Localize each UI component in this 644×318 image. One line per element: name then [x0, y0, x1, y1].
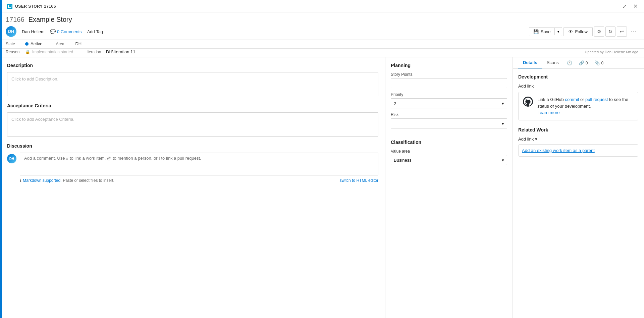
expand-button[interactable]: ⤢ [620, 2, 629, 10]
story-points-field: Story Points [391, 72, 507, 88]
learn-more-link[interactable]: Learn more [537, 110, 559, 115]
right-panel-content: Development Add link Link a GitHub commi… [513, 69, 644, 162]
description-placeholder: Click to add Description. [11, 76, 58, 82]
link-icon: 🔗 [579, 60, 584, 65]
save-label: Save [541, 29, 551, 34]
area-value[interactable]: DH [75, 41, 82, 46]
title-bar-left: USER STORY 17166 [7, 4, 56, 9]
right-panel: Details Scans 🕐 🔗 0 📎 0 Development [513, 57, 644, 318]
priority-value: 2 [394, 101, 396, 106]
state-text[interactable]: Active [31, 41, 42, 46]
attachment-icon: 📎 [594, 60, 600, 65]
value-area-chevron: ▾ [502, 158, 504, 163]
reason-icon: 🔒 [25, 50, 30, 54]
tab-history-button[interactable]: 🕐 [564, 58, 576, 67]
save-main-button[interactable]: 💾 Save [529, 28, 555, 36]
title-bar-title: USER STORY 17166 [15, 4, 56, 9]
discussion-avatar: DH [7, 154, 16, 163]
refresh-button[interactable]: ↻ [605, 26, 615, 37]
reason-label: Reason [6, 50, 22, 54]
value-area-value: Business [394, 158, 412, 163]
eye-icon: 👁 [569, 29, 573, 34]
markdown-supported-link[interactable]: Markdown supported. [23, 178, 61, 183]
work-header: 17166 Example Story DH Dan Hellem 💬 0 Co… [0, 12, 644, 40]
follow-button[interactable]: 👁 Follow [564, 27, 593, 36]
info-icon: ℹ [20, 178, 21, 183]
state-dot [25, 42, 29, 46]
title-bar: USER STORY 17166 ⤢ ✕ [0, 0, 644, 12]
comment-input[interactable] [20, 153, 378, 175]
undo-icon: ↩ [620, 29, 624, 34]
switch-editor-link[interactable]: switch to HTML editor [339, 178, 378, 183]
development-heading: Development [518, 74, 638, 80]
more-options-button[interactable]: ⋯ [628, 26, 638, 37]
fields-row: State Active Area DH [0, 40, 644, 49]
middle-panel: Planning Story Points Priority 2 ▾ Risk [385, 57, 513, 318]
acceptance-criteria-editor[interactable]: Click to add Acceptance Criteria. [7, 112, 378, 137]
avatar: DH [6, 26, 16, 37]
priority-field: Priority 2 ▾ [391, 92, 507, 108]
github-commit-link[interactable]: commit [565, 97, 579, 102]
tab-scans[interactable]: Scans [542, 57, 564, 68]
work-meta-row: DH Dan Hellem 💬 0 Comments Add Tag 💾 Sav… [6, 26, 638, 40]
development-section: Development Add link Link a GitHub commi… [518, 74, 638, 120]
github-or: or [579, 97, 585, 102]
save-icon: 💾 [533, 29, 539, 34]
work-title[interactable]: Example Story [29, 16, 72, 23]
risk-field: Risk ▾ [391, 112, 507, 128]
classification-heading: Classification [391, 140, 507, 145]
main-panel: Description Click to add Description. Ac… [0, 57, 385, 318]
story-points-label: Story Points [391, 72, 507, 77]
discussion-footer: ℹ Markdown supported. Paste or select fi… [7, 178, 378, 183]
save-dropdown-button[interactable]: ▾ [554, 28, 562, 35]
acceptance-criteria-heading: Acceptance Criteria [7, 103, 378, 108]
comments-link[interactable]: 💬 0 Comments [50, 29, 82, 34]
updated-info: Updated by Dan Hellem: 6m ago [585, 50, 638, 54]
risk-chevron: ▾ [502, 121, 504, 126]
description-section: Description Click to add Description. [7, 63, 378, 96]
related-add-link-button[interactable]: Add link ▾ [518, 137, 537, 142]
right-tabs: Details Scans 🕐 🔗 0 📎 0 [513, 57, 644, 69]
fields-row-2: Reason 🔒 Implementation started Iteratio… [0, 49, 644, 57]
work-id-title-row: 17166 Example Story [6, 16, 638, 23]
markdown-paste-note: Paste or select files to insert. [63, 178, 114, 183]
priority-label: Priority [391, 92, 507, 97]
github-text-1: Link a GitHub [537, 97, 565, 102]
planning-section: Planning Story Points Priority 2 ▾ Risk [391, 63, 507, 128]
refresh-icon: ↻ [608, 29, 612, 34]
title-bar-controls: ⤢ ✕ [620, 2, 640, 10]
add-tag-button[interactable]: Add Tag [87, 29, 103, 34]
github-pull-request-link[interactable]: pull request [585, 97, 608, 102]
area-label: Area [56, 42, 72, 46]
tab-attachments-button[interactable]: 📎 0 [591, 58, 607, 67]
story-points-input[interactable] [391, 78, 507, 88]
reason-group: Reason 🔒 Implementation started [6, 50, 73, 54]
state-value: Active [25, 41, 42, 46]
acceptance-criteria-placeholder: Click to add Acceptance Criteria. [11, 117, 74, 122]
save-button-group: 💾 Save ▾ [529, 27, 562, 36]
risk-select[interactable]: ▾ [391, 118, 507, 128]
priority-chevron: ▾ [502, 101, 504, 106]
tab-details[interactable]: Details [518, 57, 542, 68]
reason-text[interactable]: Implementation started [32, 50, 73, 54]
value-area-select[interactable]: Business ▾ [391, 155, 507, 165]
add-link-label: Add link [518, 84, 534, 89]
tab-links-button[interactable]: 🔗 0 [576, 58, 591, 67]
description-editor[interactable]: Click to add Description. [7, 72, 378, 96]
attachments-count: 0 [601, 61, 603, 65]
development-add-link-button[interactable]: Add link [518, 84, 534, 89]
undo-button[interactable]: ↩ [617, 26, 627, 37]
comments-icon: 💬 [50, 29, 56, 34]
iteration-label: Iteration [87, 50, 103, 54]
related-add-link-chevron: ▾ [535, 137, 537, 142]
close-button[interactable]: ✕ [631, 2, 640, 10]
work-meta-right: 💾 Save ▾ 👁 Follow ⚙ ↻ ↩ [529, 26, 638, 37]
iteration-value[interactable]: DH\Iteration 11 [106, 49, 135, 54]
settings-button[interactable]: ⚙ [594, 26, 604, 37]
planning-heading: Planning [391, 63, 507, 68]
priority-select[interactable]: 2 ▾ [391, 98, 507, 108]
author-name: Dan Hellem [22, 29, 45, 34]
discussion-input-row: DH [7, 153, 378, 175]
add-existing-parent-link[interactable]: Add an existing work item as a parent [522, 148, 595, 153]
state-group: State Active [6, 41, 42, 46]
